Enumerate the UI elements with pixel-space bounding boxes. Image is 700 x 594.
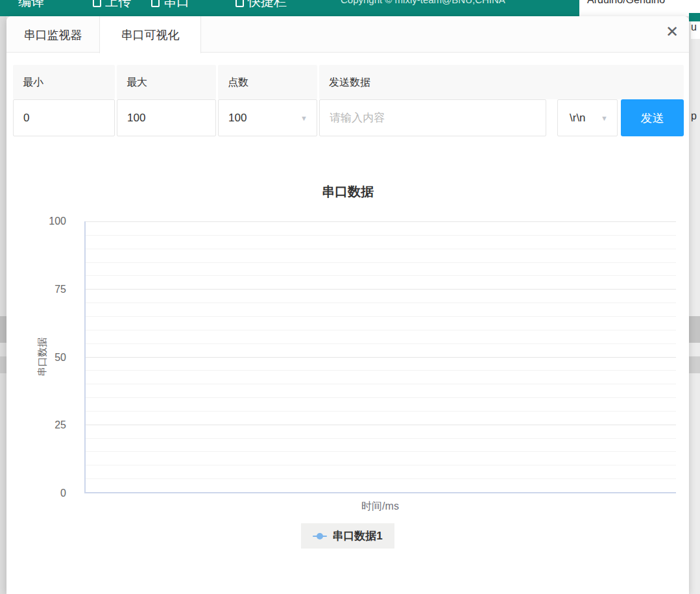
tab-serial-monitor[interactable]: 串口监视器 [6, 16, 99, 53]
y-tick-label: 100 [49, 216, 66, 227]
min-header: 最小 [13, 65, 115, 99]
series-dot-icon [317, 533, 323, 539]
form-header-row: 最小 最大 点数 发送数据 [13, 65, 684, 99]
y-tick-label: 50 [54, 352, 66, 364]
page: 编译 上传 串口 快捷栏 Copyright © mixly-team@BNU,… [0, 0, 700, 594]
upload-icon [93, 0, 101, 7]
gridline [86, 357, 676, 358]
teal-strip [689, 13, 700, 21]
gridline [86, 370, 676, 371]
gridline [86, 275, 676, 276]
toolbar-label: 上传 [105, 0, 131, 8]
serial-monitor-icon [151, 0, 160, 7]
close-icon[interactable]: ✕ [666, 24, 679, 40]
gridline [86, 397, 676, 398]
toolbar-label: 编译 [18, 0, 44, 8]
gridline [86, 478, 676, 479]
gridline [86, 221, 676, 222]
toolbar-label: 快捷栏 [248, 0, 287, 8]
series-marker-icon [313, 533, 327, 539]
line-ending-value: \r\n [570, 112, 586, 125]
points-select-value: 100 [228, 112, 247, 125]
board-select-overflow [689, 0, 700, 13]
gridline [86, 425, 676, 425]
toolbar-label: 串口 [163, 0, 189, 8]
gridline [86, 316, 676, 317]
gridline [86, 235, 676, 236]
background-text: p [691, 110, 697, 122]
points-header: 点数 [218, 65, 317, 99]
scrollbar-block [0, 356, 6, 373]
chevron-down-icon: ▼ [601, 114, 608, 122]
gridline [86, 262, 676, 263]
chart-title: 串口数据 [6, 183, 689, 201]
min-input[interactable] [13, 99, 115, 136]
send-button[interactable]: 发送 [621, 99, 684, 136]
line-ending-select[interactable]: \r\n ▼ [557, 99, 618, 136]
legend-label: 串口数据1 [332, 528, 382, 543]
legend-item[interactable]: 串口数据1 [301, 523, 394, 549]
background-text: u [691, 21, 700, 39]
x-axis-label: 时间/ms [84, 500, 676, 514]
send-data-header: 发送数据 [319, 65, 684, 99]
y-tick-label: 75 [54, 284, 66, 295]
gridline [86, 451, 676, 452]
board-select[interactable]: Arduino/Genuino [579, 0, 689, 16]
chart-legend: 串口数据1 [6, 523, 689, 549]
y-tick-label: 25 [54, 419, 66, 431]
serial-dialog: 串口监视器 串口可视化 ✕ 最小 最大 点数 发送数据 100 ▼ \r\n [6, 16, 689, 594]
scrollbar-block [689, 356, 700, 373]
gridline [86, 411, 676, 412]
form-input-row: 100 ▼ \r\n ▼ 发送 [13, 99, 684, 136]
y-axis-labels: 0255075100 [6, 221, 78, 493]
gridline [86, 249, 676, 249]
chevron-down-icon: ▼ [300, 114, 308, 122]
board-select-value: Arduino/Genuino [587, 0, 665, 6]
tab-serial-visualization[interactable]: 串口可视化 [99, 16, 201, 53]
max-header: 最大 [117, 65, 216, 99]
gridline [86, 289, 676, 290]
serial-chart: 串口数据 串口数据 0255075100 时间/ms 串口数据1 [6, 170, 689, 566]
background-right-edge: u p [689, 0, 700, 594]
background-left-edge [0, 16, 6, 594]
plot-area [84, 221, 676, 493]
gridline [86, 303, 676, 303]
toolbar-item-serial[interactable]: 串口 [151, 0, 189, 10]
serial-plot-form: 最小 最大 点数 发送数据 100 ▼ \r\n ▼ 发送 [13, 65, 684, 136]
tab-bar: 串口监视器 串口可视化 ✕ [6, 16, 689, 53]
gridline [86, 465, 676, 465]
toolbar-item-compile[interactable]: 编译 [18, 0, 44, 10]
toolbar-item-upload[interactable]: 上传 [93, 0, 131, 10]
scrollbar-block [689, 316, 700, 343]
send-data-input[interactable] [319, 99, 546, 136]
y-tick-label: 0 [60, 488, 66, 499]
gridline [86, 330, 676, 330]
max-input[interactable] [117, 99, 216, 136]
scrollbar-block [0, 316, 6, 343]
gridline [86, 438, 676, 439]
gridline [86, 384, 676, 384]
gridline [86, 343, 676, 344]
quickbar-icon [235, 0, 244, 7]
toolbar-item-quickbar[interactable]: 快捷栏 [235, 0, 287, 10]
app-toolbar: 编译 上传 串口 快捷栏 Copyright © mixly-team@BNU,… [0, 0, 700, 16]
points-select[interactable]: 100 ▼ [218, 99, 317, 136]
copyright-text: Copyright © mixly-team@BNU,CHINA [341, 0, 505, 5]
